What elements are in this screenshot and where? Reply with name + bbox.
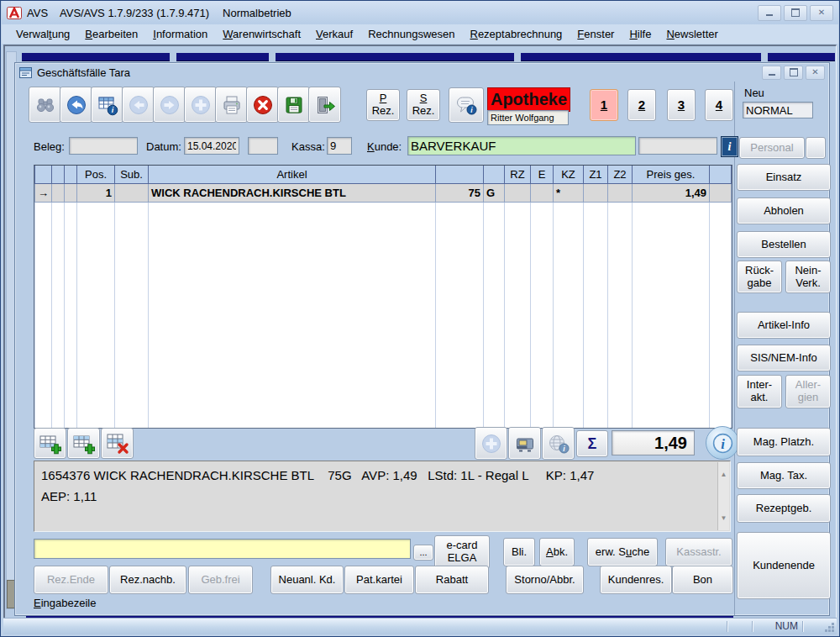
customer-info-button[interactable]: i (721, 136, 738, 157)
datum-field[interactable] (184, 137, 239, 155)
message-info-button[interactable]: i (449, 87, 484, 123)
p-rezept-button[interactable]: P Rez. (366, 89, 400, 121)
child-restore-button[interactable] (784, 66, 803, 80)
close-icon: ✕ (818, 8, 825, 17)
kundenreservierung-button[interactable]: Kundenres. (600, 566, 672, 594)
beleg-field[interactable] (69, 137, 138, 155)
statusbar-separator (727, 621, 727, 632)
interaktionen-button[interactable]: Inter- akt. (737, 375, 782, 408)
globe-info-icon: i (548, 433, 570, 455)
abholen-button[interactable]: Abholen (737, 197, 831, 224)
entry-input[interactable] (34, 539, 411, 559)
minimized-window-strip[interactable] (176, 53, 269, 61)
menu-item-verkauf[interactable]: Verkauf (308, 25, 360, 43)
resize-grip[interactable] (824, 622, 835, 633)
kassa-field[interactable] (327, 137, 352, 155)
child-minimize-button[interactable] (762, 66, 781, 80)
datum-extra-field[interactable] (248, 137, 278, 155)
add-row-button[interactable] (34, 428, 66, 459)
cell-preis: 1,49 (633, 184, 710, 203)
next-button[interactable] (153, 87, 186, 123)
menu-item-rechnungswesen[interactable]: Rechnungswesen (360, 25, 462, 43)
magistral-platzhalter-button[interactable]: Mag. Platzh. (737, 428, 831, 456)
article-row[interactable]: → 1 WICK RACHENDRACH.KIRSCHE BTL 75 G (35, 184, 732, 203)
more-options-button[interactable]: ... (413, 545, 433, 561)
menu-item-verwaltung[interactable]: Verwaltung (8, 25, 77, 43)
magistral-taxierung-button[interactable]: Mag. Tax. (737, 462, 831, 489)
nein-verkauf-button[interactable]: Nein- Verk. (785, 261, 831, 293)
printer-icon (221, 94, 243, 116)
speech-bubble-info-icon: i (455, 94, 477, 116)
online-info-button[interactable]: i (542, 427, 575, 460)
search-button[interactable] (29, 87, 61, 123)
minimized-window-strip[interactable] (276, 53, 514, 61)
artikel-info-button[interactable]: Artikel-Info (737, 312, 831, 339)
previous-button[interactable] (122, 87, 155, 123)
kassa-tab-4[interactable]: 4 (705, 89, 733, 121)
rez-nachb-button[interactable]: Rez.nachb. (109, 566, 186, 594)
menu-item-information[interactable]: Information (145, 25, 215, 43)
operator-field[interactable] (487, 110, 569, 125)
menu-item-hilfe[interactable]: Hilfe (622, 25, 659, 43)
s-rezept-button[interactable]: S Rez. (407, 89, 440, 121)
empty-table-area[interactable] (35, 203, 732, 429)
erweiterte-suche-button[interactable]: erw. Suche (587, 538, 658, 566)
pharmacy-banner: Apotheke (487, 87, 570, 112)
rueckgabe-button[interactable]: Rück- gabe (737, 261, 782, 293)
cancel-button[interactable] (246, 87, 279, 123)
col-arrow (35, 166, 52, 184)
minimized-window-strip[interactable] (521, 53, 761, 61)
info-scrollbar[interactable]: ▲▼ (717, 462, 729, 530)
print-button[interactable] (215, 87, 248, 123)
info-button[interactable]: i (706, 426, 739, 460)
menu-item-rezeptabrechnung[interactable]: Rezeptabrechnung (462, 25, 570, 43)
kassa-tab-1[interactable]: 1 (590, 89, 618, 121)
kassa-tab-3[interactable]: 3 (667, 89, 696, 121)
sum-button[interactable]: Σ (576, 430, 608, 457)
save-button[interactable] (277, 87, 310, 123)
ecard-elga-button[interactable]: e-card ELGA (434, 535, 490, 569)
child-close-button[interactable]: ✕ (806, 66, 825, 80)
menu-item-bearbeiten[interactable]: Bearbeiten (77, 25, 145, 43)
minimized-window-strip[interactable] (22, 53, 170, 61)
table-add-header-icon (72, 433, 96, 455)
exit-button[interactable] (308, 87, 341, 123)
maximize-button[interactable] (784, 5, 807, 21)
rezeptgebuehr-button[interactable]: Rezeptgeb. (737, 494, 831, 523)
rabatt-button[interactable]: Rabatt (415, 566, 489, 594)
add-button[interactable] (184, 87, 217, 123)
kundenende-button[interactable]: Kundenende (737, 532, 831, 599)
patientenkartei-button[interactable]: Pat.kartei (344, 566, 414, 594)
bli-button[interactable]: Bli. (503, 538, 535, 566)
personal-extra-button[interactable] (806, 137, 826, 159)
kassastr-button[interactable]: Kassastr. (665, 538, 732, 566)
allergien-button[interactable]: Aller- gien (785, 375, 831, 408)
grid-info-button[interactable]: i (91, 87, 123, 123)
einsatz-button[interactable]: Einsatz (737, 164, 831, 191)
abk-button[interactable]: Abk. (539, 538, 575, 566)
sis-nem-info-button[interactable]: SIS/NEM-Info (737, 345, 831, 371)
bestellen-button[interactable]: Bestellen (737, 231, 831, 258)
storno-abbruch-button[interactable]: Storno/Abbr. (506, 566, 584, 594)
geb-frei-button[interactable]: Geb.frei (188, 566, 253, 594)
add-item-button[interactable] (475, 427, 507, 460)
menu-item-newsletter[interactable]: Newsletter (659, 25, 725, 43)
neu-field[interactable] (743, 102, 813, 118)
kunde-field[interactable] (407, 136, 636, 155)
delete-row-button[interactable] (101, 428, 134, 459)
menu-item-fenster[interactable]: Fenster (570, 25, 622, 43)
register-device-button[interactable] (508, 427, 541, 460)
undo-button[interactable] (60, 87, 92, 123)
minimized-window-strip[interactable] (768, 53, 835, 61)
close-button[interactable]: ✕ (810, 5, 833, 21)
rez-ende-button[interactable]: Rez.Ende (34, 566, 108, 594)
bon-button[interactable]: Bon (672, 566, 733, 594)
menu-item-warenwirtschaft[interactable]: Warenwirtschaft (215, 25, 308, 43)
neuanlage-kunde-button[interactable]: Neuanl. Kd. (270, 566, 344, 594)
kunde-extra-field[interactable] (638, 137, 717, 155)
add-subrow-button[interactable] (67, 428, 100, 459)
col-artikel: Artikel (149, 166, 436, 184)
personal-button[interactable]: Personal (739, 137, 805, 159)
minimize-button[interactable] (758, 5, 781, 21)
kassa-tab-2[interactable]: 2 (627, 89, 656, 121)
